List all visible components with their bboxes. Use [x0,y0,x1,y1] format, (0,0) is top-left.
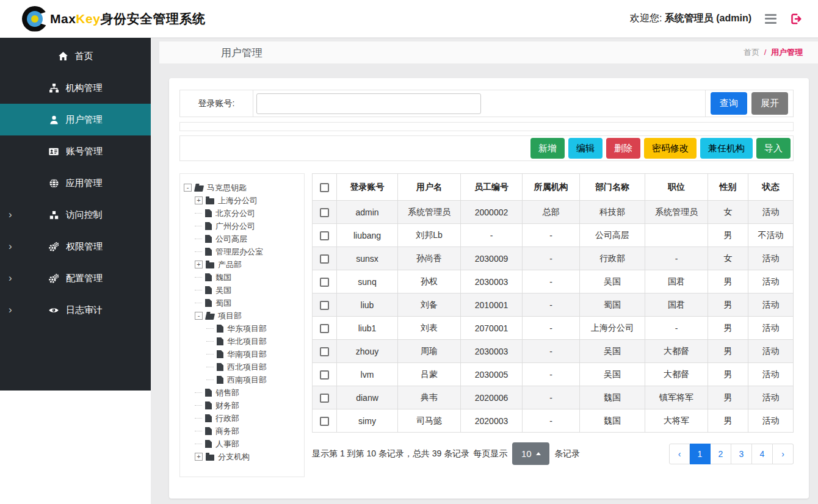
tree-expand-icon[interactable]: + [195,196,203,204]
page-button-3[interactable]: 3 [731,444,752,464]
query-button[interactable]: 查询 [711,92,747,115]
file-icon [205,286,212,294]
tree-node[interactable]: 西南项目部 [184,373,300,386]
logout-icon[interactable] [790,13,802,25]
table-row[interactable]: liubang刘邦Lb--公司高层男不活动 [313,224,794,247]
table-row[interactable]: simy司马懿2020003-魏国大将军男活动 [313,409,794,433]
tree-expand-icon[interactable]: + [195,453,203,461]
tree-collapse-icon[interactable]: - [184,184,192,192]
tree-node[interactable]: 魏国 [184,271,300,284]
row-checkbox[interactable] [320,370,329,380]
brand-title: MaxKey身份安全管理系统 [50,10,205,27]
tree-node-label: 马克思钥匙 [207,182,247,193]
sidebar-item-label: 配置管理 [66,273,103,284]
table-header-row: 登录账号 用户名 员工编号 所属机构 部门名称 职位 性别 状态 [313,174,794,201]
sidebar-item-label: 用户管理 [66,114,103,126]
tree-node-label: 吴国 [215,285,231,296]
tree-node[interactable]: 商务部 [184,425,300,437]
content-area: 用户管理 首页 / 用户管理 登录账号: 查询 展开 新增 编辑 删除 密码修改… [151,38,818,504]
change-password-button[interactable]: 密码修改 [644,138,697,159]
table-row[interactable]: liub刘备2010001-蜀国国君男活动 [313,293,794,317]
sitemap-icon [49,83,59,93]
login-account-input[interactable] [256,93,481,114]
sidebar-item-accounts[interactable]: 账号管理 [0,135,151,167]
page-size-select[interactable]: 10 [512,442,549,465]
table-row[interactable]: dianw典韦2020006-魏国镇军将军男活动 [313,386,794,409]
table-row[interactable]: zhouy周瑜2030003-吴国大都督男活动 [313,340,794,363]
row-checkbox[interactable] [320,278,329,287]
sidebar-item-apps[interactable]: 应用管理 [0,167,151,199]
sidebar-item-permissions[interactable]: › 权限管理 [0,231,151,262]
row-checkbox[interactable] [320,208,329,217]
page-button-1[interactable]: 1 [690,444,711,464]
table-row[interactable]: liub1刘表2070001-上海分公司-男活动 [313,317,794,340]
folder-icon [206,262,214,268]
table-row[interactable]: sunsx孙尚香2030009-行政部-女活动 [313,247,794,270]
tree-node-label: 广州分公司 [215,221,255,232]
tree-node[interactable]: 公司高层 [184,232,300,245]
row-checkbox[interactable] [320,347,329,356]
tree-node[interactable]: 人事部 [184,437,300,450]
sidebar-item-access-control[interactable]: › 访问控制 [0,199,151,231]
sidebar-item-label: 机构管理 [66,82,103,94]
tree-node[interactable]: 华东项目部 [184,322,300,335]
row-checkbox[interactable] [320,394,329,403]
row-checkbox[interactable] [320,301,329,310]
tree-node[interactable]: 华南项目部 [184,348,300,361]
tree-expand-icon[interactable]: + [195,261,203,268]
tree-node[interactable]: 吴国 [184,284,300,297]
adjunct-org-button[interactable]: 兼任机构 [700,138,753,159]
sidebar-item-org[interactable]: 机构管理 [0,72,151,104]
menu-toggle-icon[interactable] [765,14,776,24]
tree-node-label: 商务部 [215,426,239,437]
edit-button[interactable]: 编辑 [568,138,603,159]
delete-button[interactable]: 删除 [606,138,640,159]
tree-node-label: 人事部 [215,439,239,450]
tree-node[interactable]: 广州分公司 [184,220,300,232]
tree-node[interactable]: 西北项目部 [184,361,300,373]
tree-node[interactable]: +分支机构 [184,450,300,463]
tree-collapse-icon[interactable]: - [195,312,203,320]
breadcrumb-home[interactable]: 首页 [744,48,759,57]
expand-button[interactable]: 展开 [751,92,788,115]
add-button[interactable]: 新增 [530,138,565,159]
prev-page-button[interactable]: ‹ [669,444,690,464]
row-checkbox[interactable] [320,231,329,240]
tree-node[interactable]: 销售部 [184,386,300,399]
gears-icon [48,273,59,284]
tree-node[interactable]: +产品部 [184,258,300,271]
page-button-4[interactable]: 4 [752,444,773,464]
tree-node[interactable]: 蜀国 [184,297,300,309]
import-button[interactable]: 导入 [756,138,791,159]
sidebar-item-label: 应用管理 [66,178,103,189]
sidebar-item-users[interactable]: 用户管理 [0,104,151,135]
app-header: MaxKey身份安全管理系统 欢迎您: 系统管理员 (admin) [0,0,818,38]
row-checkbox[interactable] [320,417,329,426]
page-title: 用户管理 [221,46,262,60]
next-page-button[interactable]: › [773,444,794,464]
table-row[interactable]: admin系统管理员2000002总部科技部系统管理员女活动 [313,201,794,224]
action-toolbar: 新增 编辑 删除 密码修改 兼任机构 导入 [179,135,794,161]
tree-node[interactable]: -马克思钥匙 [184,181,300,194]
tree-node[interactable]: 北京分公司 [184,207,300,220]
per-page-prefix: 每页显示 [473,448,507,459]
table-row[interactable]: sunq孙权2030003-吴国国君男活动 [313,270,794,293]
tree-node[interactable]: 财务部 [184,399,300,412]
tree-node[interactable]: 行政部 [184,412,300,425]
sidebar-item-config[interactable]: › 配置管理 [0,262,151,294]
select-all-checkbox[interactable] [320,183,329,192]
tree-node[interactable]: +上海分公司 [184,194,300,207]
tree-node[interactable]: -项目部 [184,309,300,322]
sidebar-item-home[interactable]: 首页 [0,40,151,72]
eye-icon [48,305,59,315]
col-header-gender: 性别 [708,174,748,201]
row-checkbox[interactable] [320,324,329,333]
page-button-2[interactable]: 2 [711,444,731,464]
tree-node[interactable]: 华北项目部 [184,335,300,348]
pager: ‹ 1 2 3 4 › [669,444,794,464]
sidebar-item-audit[interactable]: › 日志审计 [0,294,151,326]
file-icon [205,248,212,256]
tree-node[interactable]: 管理层办公室 [184,245,300,258]
row-checkbox[interactable] [320,254,329,264]
table-row[interactable]: lvm吕蒙2030005-吴国大都督男活动 [313,363,794,386]
